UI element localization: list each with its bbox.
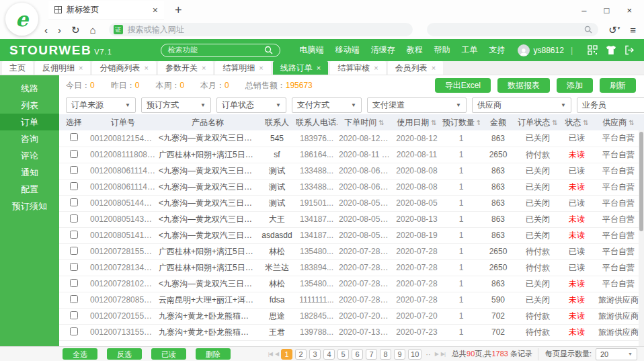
minimize-button[interactable]: – — [581, 5, 586, 15]
user-account[interactable]: ys88612 — [518, 44, 564, 56]
menu-item-支持[interactable]: 支持 — [489, 44, 506, 56]
first-page-icon[interactable]: |◀ — [268, 351, 272, 357]
maximize-button[interactable]: □ — [604, 5, 610, 15]
close-icon[interactable]: × — [374, 64, 378, 72]
filter-dropdown-订单状态[interactable]: 订单状态▼ — [216, 97, 286, 113]
row-checkbox[interactable] — [70, 198, 78, 206]
page-number-6[interactable]: 6 — [352, 349, 363, 360]
close-icon[interactable]: × — [144, 64, 148, 72]
reload-icon[interactable]: ↻ — [71, 25, 80, 35]
sidebar-item-订单[interactable]: 订单 — [0, 114, 59, 130]
page-tab-会员列表[interactable]: 会员列表× — [388, 61, 443, 75]
column-header-状态[interactable]: 状态⇅ — [559, 114, 594, 130]
app-search-box[interactable]: 检索功能 — [161, 44, 280, 57]
row-checkbox[interactable] — [70, 327, 78, 335]
menu-item-教程[interactable]: 教程 — [407, 44, 423, 56]
page-number-8[interactable]: 8 — [380, 349, 391, 360]
page-number-4[interactable]: 4 — [323, 349, 335, 360]
column-header-使用日期[interactable]: 使用日期⇅ — [391, 114, 442, 130]
row-checkbox[interactable] — [70, 295, 78, 303]
page-tab-线路订单[interactable]: 线路订单× — [273, 61, 328, 75]
page-tab-主页[interactable]: 主页 — [2, 61, 33, 75]
page-tab-结算审核[interactable]: 结算审核× — [330, 61, 385, 75]
close-icon[interactable]: × — [317, 64, 321, 72]
close-icon[interactable]: × — [202, 64, 206, 72]
theme-shirt-icon[interactable] — [606, 45, 616, 55]
menu-item-帮助[interactable]: 帮助 — [434, 44, 450, 56]
page-tab-反佣明细[interactable]: 反佣明细× — [35, 61, 90, 75]
close-icon[interactable]: × — [432, 64, 436, 72]
filter-dropdown-支付方式[interactable]: 支付方式▼ — [292, 97, 362, 113]
home-icon[interactable]: ⌂ — [90, 25, 96, 35]
column-header-下单时间[interactable]: 下单时间⇅ — [337, 114, 391, 130]
sidebar-item-线路[interactable]: 线路 — [0, 80, 59, 97]
page-number-5[interactable]: 5 — [337, 349, 349, 360]
sidebar-item-预订须知[interactable]: 预订须知 — [0, 198, 59, 214]
sidebar-item-咨询[interactable]: 咨询 — [0, 130, 59, 147]
action-button-导出Excel[interactable]: 导出Excel — [435, 78, 491, 93]
menu-item-工单[interactable]: 工单 — [462, 44, 478, 56]
row-checkbox[interactable] — [70, 231, 78, 239]
page-number-10[interactable]: 10 — [408, 349, 421, 360]
action-button-数据报表[interactable]: 数据报表 — [497, 78, 550, 93]
column-header-供应商[interactable]: 供应商⇅ — [594, 114, 643, 130]
menu-item-移动端[interactable]: 移动端 — [335, 44, 360, 56]
footer-button-删除[interactable]: 删除 — [196, 348, 231, 360]
row-checkbox[interactable] — [70, 279, 78, 287]
scrollbar-thumb[interactable] — [639, 132, 643, 231]
logout-icon[interactable] — [625, 45, 635, 55]
row-checkbox[interactable] — [70, 311, 78, 319]
row-checkbox[interactable] — [70, 150, 78, 158]
next-page-icon[interactable]: ▶ — [435, 351, 438, 357]
row-checkbox[interactable] — [70, 263, 78, 271]
menu-item-电脑端[interactable]: 电脑端 — [300, 44, 324, 56]
close-icon[interactable]: × — [153, 5, 158, 15]
close-window-button[interactable]: × — [627, 5, 632, 15]
page-tab-结算明细[interactable]: 结算明细× — [215, 61, 270, 75]
sidebar-item-配置[interactable]: 配置 — [0, 181, 59, 198]
forward-icon[interactable]: › — [58, 25, 61, 35]
close-icon[interactable]: × — [79, 64, 83, 72]
qr-code-icon[interactable] — [588, 45, 598, 55]
browser-logo-icon[interactable]: e — [5, 3, 38, 36]
row-checkbox[interactable] — [70, 182, 78, 190]
filter-dropdown-支付渠道[interactable]: 支付渠道▼ — [367, 97, 467, 113]
row-checkbox[interactable] — [70, 166, 78, 174]
sidebar-item-列表[interactable]: 列表 — [0, 97, 59, 114]
last-page-icon[interactable]: ▶| — [441, 351, 445, 357]
action-button-刷新[interactable]: 刷新 — [600, 78, 636, 93]
menu-item-清缓存[interactable]: 清缓存 — [371, 44, 395, 56]
page-number-3[interactable]: 3 — [309, 349, 321, 360]
filter-dropdown-业务员[interactable]: 业务员▼ — [577, 97, 644, 113]
undo-icon[interactable]: ↺▾ — [608, 25, 620, 35]
row-checkbox[interactable] — [70, 133, 78, 141]
menu-icon[interactable]: ≡ — [630, 25, 636, 35]
column-header-订单状态[interactable]: 订单状态⇅ — [516, 114, 559, 130]
browser-search-box[interactable] — [427, 23, 599, 36]
footer-button-全选[interactable]: 全选 — [63, 348, 97, 360]
footer-button-已读[interactable]: 已读 — [151, 348, 186, 360]
per-page-select[interactable]: 20▼ — [596, 348, 637, 360]
url-bar[interactable]: 证 搜索或输入网址 — [109, 23, 413, 36]
page-tab-分销商列表[interactable]: 分销商列表× — [92, 61, 155, 75]
page-number-7[interactable]: 7 — [366, 349, 377, 360]
action-button-添加[interactable]: 添加 — [557, 78, 593, 93]
browser-tab[interactable]: 新标签页 × — [48, 1, 164, 20]
prev-page-icon[interactable]: ◀ — [275, 351, 278, 357]
close-icon[interactable]: × — [259, 64, 263, 72]
sidebar-item-通知[interactable]: 通知 — [0, 164, 59, 181]
footer-button-反选[interactable]: 反选 — [107, 348, 142, 360]
filter-dropdown-预订方式[interactable]: 预订方式▼ — [141, 97, 211, 113]
row-checkbox[interactable] — [70, 214, 78, 223]
new-tab-button[interactable]: + — [175, 3, 182, 17]
page-tab-参数开关[interactable]: 参数开关× — [158, 61, 213, 75]
sidebar-item-评论[interactable]: 评论 — [0, 147, 59, 164]
page-number-2[interactable]: 2 — [295, 349, 307, 360]
filter-dropdown-订单来源[interactable]: 订单来源▼ — [66, 97, 136, 113]
row-checkbox[interactable] — [70, 247, 78, 255]
back-icon[interactable]: ‹ — [44, 25, 48, 35]
page-number-9[interactable]: 9 — [394, 349, 405, 360]
page-number-1[interactable]: 1 — [281, 349, 292, 360]
column-header-预订数量[interactable]: 预订数量⇅ — [442, 114, 480, 130]
filter-dropdown-供应商[interactable]: 供应商▼ — [472, 97, 571, 113]
